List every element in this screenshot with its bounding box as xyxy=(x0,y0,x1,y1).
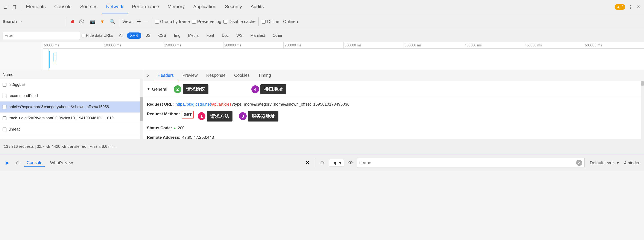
filter-js-tag[interactable]: JS xyxy=(143,33,154,39)
item-checkbox[interactable] xyxy=(2,139,6,139)
list-item[interactable]: track_ua.gif?APIVersion=0.6.0&cid=10_194… xyxy=(0,113,143,124)
list-item[interactable]: isDiggList xyxy=(0,135,143,139)
list-item-highlighted[interactable]: articles?type=more&category=home&shown_o… xyxy=(0,101,143,113)
default-levels-button[interactable]: Default levels ▾ xyxy=(587,159,622,167)
tab-performance[interactable]: Performance xyxy=(128,0,163,14)
tab-response[interactable]: Response xyxy=(202,70,230,81)
filter-font-tag[interactable]: Font xyxy=(203,33,217,39)
tab-application[interactable]: Application xyxy=(189,0,221,14)
chevron-down-icon: ▾ xyxy=(339,160,341,165)
annotation-circle-2: 2 xyxy=(174,85,182,93)
group-by-frame-input[interactable] xyxy=(155,20,159,24)
tab-headers[interactable]: Headers xyxy=(153,70,178,81)
console-ban-button[interactable]: ⦵ xyxy=(14,159,22,167)
preserve-log-input[interactable] xyxy=(192,20,196,24)
offline-checkbox[interactable]: Offline xyxy=(262,19,279,24)
ruler-mark-6: 350000 ms xyxy=(404,42,464,48)
devtools-icon[interactable]: □ xyxy=(2,3,10,11)
warning-badge[interactable]: ▲ 2 xyxy=(614,4,625,10)
tab-bar: □ ⎕ Elements Console Sources Network Per… xyxy=(0,0,644,14)
filter-css-tag[interactable]: CSS xyxy=(155,33,169,39)
throttle-select[interactable]: Online ▾ xyxy=(282,18,300,25)
remote-address-value: 47.95.47.253:443 xyxy=(182,135,214,139)
scrollbar-thumb[interactable] xyxy=(140,97,143,121)
hide-data-urls-input[interactable] xyxy=(82,34,85,37)
tab-cookies[interactable]: Cookies xyxy=(230,70,254,81)
console-exec-button[interactable]: ▶ xyxy=(4,159,11,167)
ruler-mark-1: 100000 ms xyxy=(103,42,163,48)
main-content: Name isDiggList recommendFeed articles?t… xyxy=(0,70,644,139)
scrollbar-track[interactable] xyxy=(140,79,143,139)
waterfall-view-icon[interactable]: — xyxy=(142,19,149,25)
status-code-value: ● 200 xyxy=(174,125,184,131)
tab-preview[interactable]: Preview xyxy=(178,70,202,81)
request-method-badge: GET xyxy=(182,111,194,118)
whats-new-tab[interactable]: What's New xyxy=(48,159,75,167)
list-item[interactable]: recommendFeed xyxy=(0,90,143,101)
general-section-header[interactable]: ▼ General 2 请求协议 4 接口地址 xyxy=(143,81,644,97)
url-query: ?type=more&category=home&shown_offset=15… xyxy=(232,102,350,106)
right-panel-scrollbar-thumb[interactable] xyxy=(641,81,644,86)
eye-button[interactable]: 👁 xyxy=(347,159,354,167)
right-tabs: ✕ Headers Preview Response Cookies Timin… xyxy=(143,70,644,81)
tab-sources[interactable]: Sources xyxy=(76,0,102,14)
close-devtools-icon[interactable]: ✕ xyxy=(634,3,642,11)
console-input[interactable] xyxy=(359,160,576,165)
preserve-log-checkbox[interactable]: Preserve log xyxy=(192,19,221,24)
item-checkbox[interactable] xyxy=(2,94,6,98)
tab-timing[interactable]: Timing xyxy=(254,70,275,81)
item-checkbox[interactable] xyxy=(2,105,6,109)
console-input-clear-button[interactable]: ✕ xyxy=(576,160,582,166)
tab-security[interactable]: Security xyxy=(221,0,246,14)
request-url-label: Request URL: xyxy=(147,101,174,107)
tab-network[interactable]: Network xyxy=(102,0,128,14)
close-panel-button[interactable]: ✕ xyxy=(145,72,152,79)
console-ban2-button[interactable]: ⦵ xyxy=(318,159,326,167)
screenshot-button[interactable]: 📷 xyxy=(89,18,96,26)
item-checkbox[interactable] xyxy=(2,128,6,131)
close-search-button[interactable]: × xyxy=(18,19,24,25)
console-tab[interactable]: Console xyxy=(24,159,45,167)
list-item[interactable]: isDiggList xyxy=(0,79,143,90)
more-menu-icon[interactable]: ⋮ xyxy=(627,3,634,11)
timeline-chart[interactable] xyxy=(43,49,644,70)
timeline[interactable]: 50000 ms 100000 ms 150000 ms 200000 ms 2… xyxy=(0,42,644,70)
hidden-count: 4 hidden xyxy=(624,160,640,165)
tab-memory[interactable]: Memory xyxy=(163,0,189,14)
item-checkbox[interactable] xyxy=(2,116,6,120)
search-button[interactable]: 🔍 xyxy=(108,18,116,26)
group-by-frame-checkbox[interactable]: Group by frame xyxy=(155,19,190,24)
list-body[interactable]: isDiggList recommendFeed articles?type=m… xyxy=(0,79,143,139)
general-section-body: Request URL: https//blog.csdn.net/api/ar… xyxy=(143,97,644,139)
filter-media-tag[interactable]: Media xyxy=(185,33,202,39)
filter-ws-tag[interactable]: WS xyxy=(233,33,246,39)
record-button[interactable]: ⏺ xyxy=(69,18,77,26)
disable-cache-checkbox[interactable]: Disable cache xyxy=(224,19,256,24)
filter-manifest-tag[interactable]: Manifest xyxy=(247,33,268,39)
item-checkbox[interactable] xyxy=(2,83,6,87)
tab-console[interactable]: Console xyxy=(50,0,76,14)
hide-data-urls-checkbox[interactable]: Hide data URLs xyxy=(82,33,113,38)
right-panel-scrollbar[interactable] xyxy=(641,81,644,139)
filter-doc-tag[interactable]: Doc xyxy=(219,33,232,39)
search-label: Search xyxy=(2,19,17,24)
tab-elements[interactable]: Elements xyxy=(22,0,50,14)
offline-input[interactable] xyxy=(262,20,266,24)
tab-audits[interactable]: Audits xyxy=(246,0,268,14)
filter-input[interactable] xyxy=(2,32,80,40)
clear-button[interactable]: ⃠ xyxy=(79,18,86,26)
console-close-button[interactable]: ✕ xyxy=(304,159,311,167)
filter-button[interactable]: ▼ xyxy=(98,18,106,26)
left-panel: Name isDiggList recommendFeed articles?t… xyxy=(0,70,143,139)
right-content[interactable]: ▼ General 2 请求协议 4 接口地址 Request URL: xyxy=(143,81,644,139)
filter-img-tag[interactable]: Img xyxy=(171,33,183,39)
list-view-icon[interactable]: ☰ xyxy=(136,19,142,25)
list-item[interactable]: unread xyxy=(0,124,143,135)
top-selector[interactable]: top ▾ xyxy=(329,159,344,166)
filter-xhr-tag[interactable]: XHR xyxy=(127,33,141,39)
filter-other-tag[interactable]: Other xyxy=(270,33,285,39)
disable-cache-input[interactable] xyxy=(224,20,227,24)
chevron-down-icon: ▾ xyxy=(296,19,298,24)
filter-all-tag[interactable]: All xyxy=(117,33,125,39)
dock-icon[interactable]: ⎕ xyxy=(10,3,18,11)
